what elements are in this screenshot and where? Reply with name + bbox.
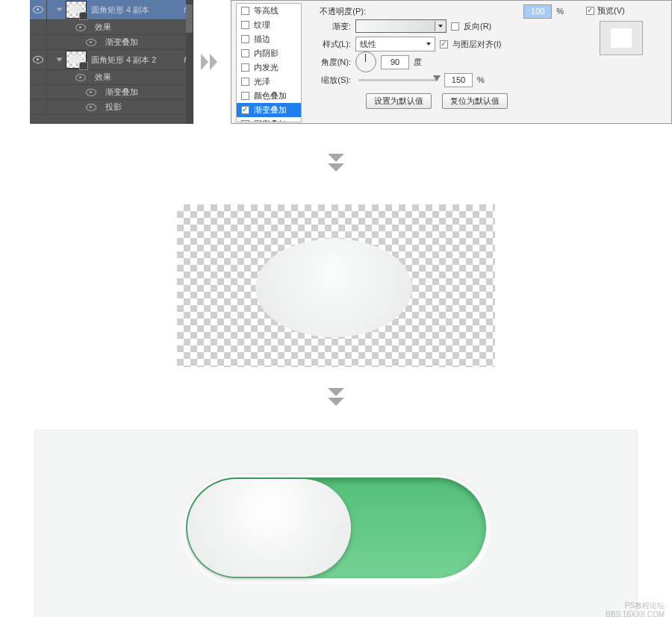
arrow-down-icon: [0, 388, 672, 409]
layer-row[interactable]: 渐变叠加: [30, 35, 193, 50]
visibility-icon[interactable]: [75, 24, 86, 31]
scale-value[interactable]: 150: [444, 73, 473, 87]
arrow-right-icon: [193, 0, 231, 124]
watermark: PS教程论坛 BBS.16XX8.COM: [606, 601, 665, 617]
unit-percent: %: [556, 7, 564, 16]
switch-outer: [181, 473, 491, 583]
scale-label: 缩放(S):: [309, 75, 351, 86]
unit-degree: 度: [414, 57, 422, 68]
layer-thumbnail[interactable]: [66, 51, 87, 69]
reverse-label: 反向(R): [464, 21, 491, 32]
gradient-overlay-settings: 不透明度(P): 100 % 渐变: 反向(R) 样式(L): 线性 与图层对齐…: [302, 1, 571, 123]
set-default-button[interactable]: 设置为默认值: [366, 93, 432, 109]
unit-percent: %: [477, 75, 485, 84]
layer-row[interactable]: 渐变叠加: [30, 85, 193, 100]
style-select[interactable]: 线性: [355, 37, 435, 51]
visibility-icon[interactable]: [86, 39, 96, 46]
canvas-transparent: [177, 204, 495, 367]
layer-row[interactable]: 圆角矩形 4 副本 2 fx: [30, 50, 193, 70]
align-label: 与图层对齐(I): [452, 39, 501, 50]
style-item-inner-glow[interactable]: 内发光: [237, 60, 301, 75]
visibility-icon[interactable]: [86, 104, 96, 111]
reset-default-button[interactable]: 复位为默认值: [442, 93, 508, 109]
preview-label: 预览(V): [597, 5, 625, 16]
arrow-down-icon: [0, 154, 672, 175]
expand-icon[interactable]: [57, 8, 63, 12]
layer-name: 圆角矩形 4 副本 2: [91, 54, 156, 66]
style-item-gradient-overlay[interactable]: 渐变叠加: [237, 103, 301, 117]
svg-marker-0: [201, 54, 208, 70]
style-item-stroke[interactable]: 描边: [237, 32, 301, 46]
gradient-picker[interactable]: [355, 19, 447, 33]
svg-marker-3: [328, 163, 344, 172]
effect-name: 投影: [105, 101, 122, 113]
canvas-final: [34, 430, 638, 617]
opacity-value[interactable]: 100: [523, 4, 552, 19]
scale-slider[interactable]: [358, 79, 437, 81]
visibility-icon[interactable]: [86, 89, 96, 96]
align-checkbox[interactable]: [440, 40, 448, 48]
layer-row[interactable]: 投影: [30, 100, 193, 115]
switch-track: [186, 477, 486, 578]
expand-icon[interactable]: [57, 58, 63, 62]
layer-row[interactable]: 圆角矩形 4 副本 fx: [30, 0, 193, 20]
layer-name: 圆角矩形 4 副本: [91, 4, 149, 16]
svg-marker-4: [328, 388, 344, 396]
scrollbar[interactable]: [186, 0, 193, 124]
top-row: 圆角矩形 4 副本 fx 效果 渐变叠加: [30, 0, 672, 124]
style-item-color-overlay[interactable]: 颜色叠加: [237, 89, 301, 103]
layer-row[interactable]: 效果: [30, 20, 193, 35]
reverse-checkbox[interactable]: [451, 22, 459, 31]
style-label: 样式(L):: [309, 39, 351, 50]
switch-knob: [187, 479, 351, 577]
svg-marker-2: [328, 154, 344, 162]
style-list: 等高线 纹理 描边 内阴影 内发光 光泽 颜色叠加 渐变叠加 图案叠加: [236, 3, 302, 122]
svg-marker-1: [210, 54, 217, 70]
effect-name: 渐变叠加: [105, 37, 138, 48]
effects-label: 效果: [95, 72, 111, 83]
layer-row[interactable]: 效果: [30, 70, 193, 85]
layer-thumbnail[interactable]: [66, 1, 87, 19]
effect-name: 渐变叠加: [105, 87, 138, 98]
style-item-satin[interactable]: 光泽: [237, 75, 301, 89]
visibility-icon[interactable]: [30, 0, 47, 19]
style-item-pattern-overlay[interactable]: 图案叠加: [237, 117, 301, 122]
gradient-label: 渐变:: [309, 21, 351, 32]
preview-checkbox[interactable]: [586, 7, 594, 15]
angle-dial[interactable]: [355, 51, 376, 72]
visibility-icon[interactable]: [30, 50, 47, 69]
style-item-contour[interactable]: 等高线: [237, 4, 301, 18]
preview-swatch: [600, 21, 643, 55]
layers-panel: 圆角矩形 4 副本 fx 效果 渐变叠加: [30, 0, 193, 124]
angle-value[interactable]: 90: [381, 55, 409, 69]
svg-marker-5: [328, 398, 344, 406]
ellipse-shape: [255, 239, 412, 337]
visibility-icon[interactable]: [75, 74, 86, 81]
angle-label: 角度(N):: [309, 57, 351, 68]
dialog-preview-area: 预览(V): [571, 1, 671, 123]
opacity-label: 不透明度(P):: [309, 6, 366, 17]
layer-style-dialog: 等高线 纹理 描边 内阴影 内发光 光泽 颜色叠加 渐变叠加 图案叠加 不透明度…: [231, 0, 672, 124]
style-item-texture[interactable]: 纹理: [237, 18, 301, 32]
effects-label: 效果: [95, 22, 111, 33]
style-item-inner-shadow[interactable]: 内阴影: [237, 46, 301, 60]
